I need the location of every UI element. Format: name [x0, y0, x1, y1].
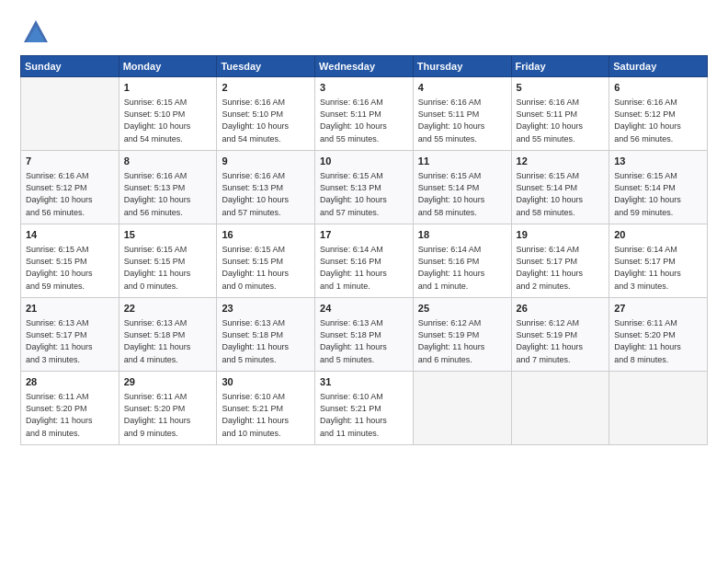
day-info: Sunrise: 6:14 AM Sunset: 5:16 PM Dayligh…	[320, 244, 408, 292]
day-number: 15	[124, 228, 212, 242]
weekday-thursday: Thursday	[413, 56, 511, 77]
day-number: 29	[124, 375, 212, 389]
day-number: 24	[320, 302, 408, 316]
day-info: Sunrise: 6:14 AM Sunset: 5:16 PM Dayligh…	[418, 244, 506, 292]
calendar-cell: 30Sunrise: 6:10 AM Sunset: 5:21 PM Dayli…	[217, 372, 315, 445]
day-info: Sunrise: 6:15 AM Sunset: 5:13 PM Dayligh…	[320, 170, 408, 218]
day-number: 23	[222, 302, 310, 316]
calendar-cell: 22Sunrise: 6:13 AM Sunset: 5:18 PM Dayli…	[119, 298, 217, 372]
calendar-cell: 9Sunrise: 6:16 AM Sunset: 5:13 PM Daylig…	[217, 151, 315, 224]
day-info: Sunrise: 6:15 AM Sunset: 5:15 PM Dayligh…	[26, 244, 114, 292]
calendar-cell: 20Sunrise: 6:14 AM Sunset: 5:17 PM Dayli…	[609, 224, 708, 298]
day-number: 21	[26, 302, 114, 316]
weekday-saturday: Saturday	[609, 56, 708, 77]
day-number: 2	[222, 81, 310, 95]
day-info: Sunrise: 6:15 AM Sunset: 5:14 PM Dayligh…	[418, 170, 506, 218]
calendar-cell: 19Sunrise: 6:14 AM Sunset: 5:17 PM Dayli…	[511, 224, 609, 298]
day-info: Sunrise: 6:16 AM Sunset: 5:12 PM Dayligh…	[26, 170, 114, 218]
calendar-cell: 6Sunrise: 6:16 AM Sunset: 5:12 PM Daylig…	[609, 77, 708, 151]
weekday-monday: Monday	[119, 56, 217, 77]
weekday-sunday: Sunday	[21, 56, 119, 77]
day-number: 13	[614, 155, 702, 168]
weekday-header-row: SundayMondayTuesdayWednesdayThursdayFrid…	[21, 56, 708, 77]
calendar-cell: 2Sunrise: 6:16 AM Sunset: 5:10 PM Daylig…	[217, 77, 315, 151]
calendar-week-1: 1Sunrise: 6:15 AM Sunset: 5:10 PM Daylig…	[21, 77, 708, 151]
calendar-cell: 21Sunrise: 6:13 AM Sunset: 5:17 PM Dayli…	[21, 298, 119, 372]
day-info: Sunrise: 6:15 AM Sunset: 5:14 PM Dayligh…	[614, 170, 702, 218]
day-info: Sunrise: 6:15 AM Sunset: 5:10 PM Dayligh…	[124, 97, 212, 144]
day-info: Sunrise: 6:16 AM Sunset: 5:10 PM Dayligh…	[222, 97, 310, 144]
day-info: Sunrise: 6:16 AM Sunset: 5:11 PM Dayligh…	[517, 97, 605, 144]
calendar-cell: 27Sunrise: 6:11 AM Sunset: 5:20 PM Dayli…	[609, 298, 708, 372]
day-info: Sunrise: 6:15 AM Sunset: 5:15 PM Dayligh…	[124, 244, 212, 292]
day-number: 30	[222, 375, 310, 389]
day-number: 25	[418, 302, 506, 316]
calendar-cell: 11Sunrise: 6:15 AM Sunset: 5:14 PM Dayli…	[413, 151, 511, 224]
calendar-cell: 13Sunrise: 6:15 AM Sunset: 5:14 PM Dayli…	[609, 151, 708, 224]
calendar-cell: 15Sunrise: 6:15 AM Sunset: 5:15 PM Dayli…	[119, 224, 217, 298]
day-info: Sunrise: 6:16 AM Sunset: 5:13 PM Dayligh…	[222, 170, 310, 218]
day-info: Sunrise: 6:16 AM Sunset: 5:12 PM Dayligh…	[614, 97, 702, 144]
calendar-cell: 5Sunrise: 6:16 AM Sunset: 5:11 PM Daylig…	[511, 77, 609, 151]
calendar-week-5: 28Sunrise: 6:11 AM Sunset: 5:20 PM Dayli…	[21, 372, 708, 445]
day-number: 7	[26, 155, 114, 168]
calendar-cell: 14Sunrise: 6:15 AM Sunset: 5:15 PM Dayli…	[21, 224, 119, 298]
calendar-cell: 18Sunrise: 6:14 AM Sunset: 5:16 PM Dayli…	[413, 224, 511, 298]
day-number: 4	[418, 81, 506, 95]
day-number: 6	[614, 81, 702, 95]
calendar-cell: 17Sunrise: 6:14 AM Sunset: 5:16 PM Dayli…	[315, 224, 414, 298]
day-number: 16	[222, 228, 310, 242]
day-number: 22	[124, 302, 212, 316]
day-number: 20	[614, 228, 702, 242]
calendar-week-2: 7Sunrise: 6:16 AM Sunset: 5:12 PM Daylig…	[21, 151, 708, 224]
calendar-cell	[609, 372, 708, 445]
calendar-cell: 25Sunrise: 6:12 AM Sunset: 5:19 PM Dayli…	[413, 298, 511, 372]
calendar-cell: 24Sunrise: 6:13 AM Sunset: 5:18 PM Dayli…	[315, 298, 414, 372]
weekday-friday: Friday	[511, 56, 609, 77]
calendar-cell	[511, 372, 609, 445]
day-info: Sunrise: 6:12 AM Sunset: 5:19 PM Dayligh…	[517, 317, 605, 365]
calendar-cell	[21, 77, 119, 151]
day-number: 18	[418, 228, 506, 242]
day-number: 11	[418, 155, 506, 168]
day-number: 31	[320, 375, 408, 389]
day-info: Sunrise: 6:11 AM Sunset: 5:20 PM Dayligh…	[26, 391, 114, 439]
day-info: Sunrise: 6:11 AM Sunset: 5:20 PM Dayligh…	[614, 317, 702, 365]
day-number: 26	[517, 302, 605, 316]
day-number: 28	[26, 375, 114, 389]
day-info: Sunrise: 6:11 AM Sunset: 5:20 PM Dayligh…	[124, 391, 212, 439]
logo	[20, 17, 55, 48]
calendar-cell: 4Sunrise: 6:16 AM Sunset: 5:11 PM Daylig…	[413, 77, 511, 151]
calendar-cell: 7Sunrise: 6:16 AM Sunset: 5:12 PM Daylig…	[21, 151, 119, 224]
calendar-cell: 8Sunrise: 6:16 AM Sunset: 5:13 PM Daylig…	[119, 151, 217, 224]
day-number: 12	[517, 155, 605, 168]
calendar-cell: 29Sunrise: 6:11 AM Sunset: 5:20 PM Dayli…	[119, 372, 217, 445]
day-info: Sunrise: 6:10 AM Sunset: 5:21 PM Dayligh…	[222, 391, 310, 439]
calendar-cell: 31Sunrise: 6:10 AM Sunset: 5:21 PM Dayli…	[315, 372, 414, 445]
day-number: 8	[124, 155, 212, 168]
logo-icon	[20, 17, 51, 48]
day-info: Sunrise: 6:15 AM Sunset: 5:14 PM Dayligh…	[517, 170, 605, 218]
calendar-cell: 28Sunrise: 6:11 AM Sunset: 5:20 PM Dayli…	[21, 372, 119, 445]
calendar-cell: 12Sunrise: 6:15 AM Sunset: 5:14 PM Dayli…	[511, 151, 609, 224]
day-info: Sunrise: 6:10 AM Sunset: 5:21 PM Dayligh…	[320, 391, 408, 439]
page: SundayMondayTuesdayWednesdayThursdayFrid…	[0, 0, 728, 563]
day-info: Sunrise: 6:16 AM Sunset: 5:11 PM Dayligh…	[418, 97, 506, 144]
calendar-cell	[413, 372, 511, 445]
day-number: 5	[517, 81, 605, 95]
day-number: 9	[222, 155, 310, 168]
calendar-cell: 10Sunrise: 6:15 AM Sunset: 5:13 PM Dayli…	[315, 151, 414, 224]
day-number: 3	[320, 81, 408, 95]
calendar-cell: 23Sunrise: 6:13 AM Sunset: 5:18 PM Dayli…	[217, 298, 315, 372]
weekday-wednesday: Wednesday	[315, 56, 414, 77]
day-info: Sunrise: 6:16 AM Sunset: 5:11 PM Dayligh…	[320, 97, 408, 144]
day-number: 1	[124, 81, 212, 95]
day-info: Sunrise: 6:13 AM Sunset: 5:18 PM Dayligh…	[222, 317, 310, 365]
calendar-table: SundayMondayTuesdayWednesdayThursdayFrid…	[20, 55, 708, 445]
day-number: 27	[614, 302, 702, 316]
day-number: 17	[320, 228, 408, 242]
calendar-week-4: 21Sunrise: 6:13 AM Sunset: 5:17 PM Dayli…	[21, 298, 708, 372]
weekday-tuesday: Tuesday	[217, 56, 315, 77]
day-info: Sunrise: 6:13 AM Sunset: 5:18 PM Dayligh…	[124, 317, 212, 365]
day-info: Sunrise: 6:12 AM Sunset: 5:19 PM Dayligh…	[418, 317, 506, 365]
